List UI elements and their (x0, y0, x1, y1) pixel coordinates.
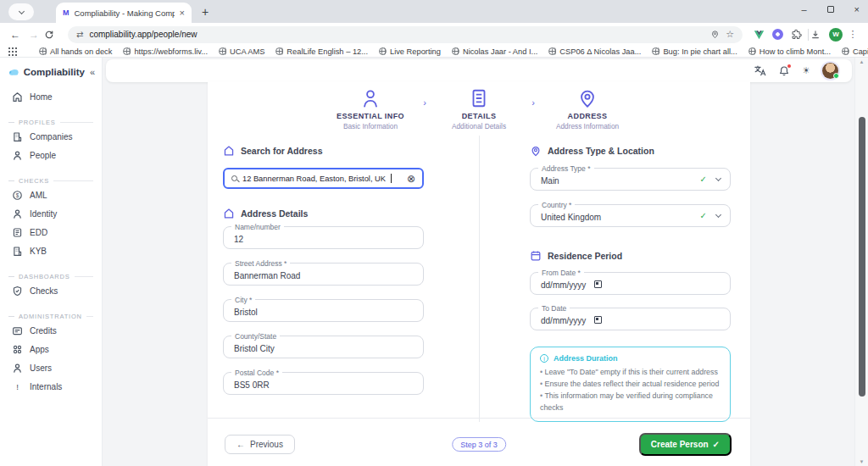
previous-button[interactable]: ← Previous (225, 435, 295, 454)
sidebar-item-credits[interactable]: Credits (0, 321, 102, 340)
tab-title: Compliability - Making Compli (75, 8, 175, 18)
vertical-scrollbar[interactable]: ▲ ▼ (854, 58, 868, 466)
info-icon: i (540, 354, 548, 363)
sidebar-section-dashboards: DASHBOARDS (8, 272, 93, 280)
browser-menu-icon[interactable]: ⋮ (844, 29, 861, 40)
date-picker-icon[interactable] (594, 316, 602, 324)
sidebar-section-administration: ADMINISTRATION (8, 312, 93, 320)
new-tab-button[interactable]: + (202, 6, 209, 18)
valid-check-icon: ✓ (700, 212, 707, 220)
bookmark-item[interactable]: Live Reporting (379, 47, 441, 56)
forward-button[interactable]: → (25, 29, 42, 41)
document-step-icon (468, 87, 490, 109)
sidebar-item-internals[interactable]: ! Internals (0, 377, 102, 396)
text-caret (391, 174, 392, 183)
step-details[interactable]: DETAILS Additional Details (427, 87, 531, 130)
brand-name: Compliability (24, 67, 85, 77)
url-bar[interactable]: ⇄ compliability.app/people/new ☆ (68, 26, 743, 43)
sidebar-item-kyb[interactable]: KYB (0, 241, 102, 260)
street-address-field[interactable]: Street Address * Bannerman Road (223, 263, 424, 286)
screen: M Compliability - Making Compli × + – × … (0, 0, 868, 466)
globe-icon (275, 47, 283, 55)
bookmark-item[interactable]: CSP06 Δ Nicolas Jaa... (548, 47, 641, 56)
location-icon[interactable] (710, 30, 720, 39)
date-picker-icon[interactable] (594, 280, 602, 288)
bookmark-item[interactable]: UCA AMS (219, 47, 264, 56)
extensions-puzzle-icon[interactable] (791, 29, 802, 40)
bookmark-star-icon[interactable]: ☆ (726, 30, 734, 39)
scroll-up-arrow[interactable]: ▲ (855, 58, 868, 65)
pin-step-icon (576, 87, 598, 109)
sidebar-collapse-button[interactable]: « (90, 67, 95, 77)
pin-icon (530, 145, 542, 157)
globe-icon (548, 47, 556, 55)
dollar-circle-icon: $ (12, 190, 23, 201)
bookmark-item[interactable]: All hands on deck (39, 47, 112, 56)
postal-code-field[interactable]: Postal Code * BS5 0RR (223, 372, 424, 395)
step-address[interactable]: ADDRESS Address Information (536, 87, 639, 130)
address-search-input[interactable]: 12 Bannerman Road, Easton, Bristol, UK ⊗ (223, 168, 424, 189)
sidebar-item-edd[interactable]: EDD (0, 223, 102, 241)
chevron-down-icon (715, 175, 721, 181)
building-icon (12, 131, 23, 142)
tab-close-icon[interactable]: × (180, 8, 185, 18)
sidebar-item-users[interactable]: Users (0, 358, 102, 377)
sidebar-item-home[interactable]: Home (0, 87, 102, 106)
sidebar-item-identity[interactable]: Identity (0, 204, 102, 223)
county-state-field[interactable]: County/State Bristol City (223, 336, 424, 358)
sidebar-item-aml[interactable]: $ AML (0, 186, 102, 204)
url-text[interactable]: compliability.app/people/new (89, 30, 197, 39)
theme-toggle-icon[interactable]: ☀ (802, 66, 810, 75)
city-field[interactable]: City * Bristol (223, 299, 424, 322)
sidebar-item-apps[interactable]: Apps (0, 340, 102, 358)
name-number-field[interactable]: Name/number 12 (223, 226, 424, 249)
search-icon (231, 175, 237, 181)
bookmark-item[interactable]: RealLife English – 12... (275, 47, 368, 56)
form-footer: ← Previous Step 3 of 3 Create Person ✓ (208, 419, 750, 456)
app-header: ☀ (106, 59, 852, 82)
step-essential-info[interactable]: ESSENTIAL INFO Basic Information (319, 87, 422, 130)
window-close-button[interactable]: × (854, 4, 860, 14)
downloads-icon[interactable] (810, 30, 827, 40)
bookmark-item[interactable]: Capitalism: A Love S... (842, 47, 868, 56)
clear-search-icon[interactable]: ⊗ (407, 174, 415, 184)
create-person-button[interactable]: Create Person ✓ (639, 433, 732, 456)
address-type-select[interactable]: Address Type * Main ✓ (530, 168, 731, 191)
stepper: ESSENTIAL INFO Basic Information › DETAI… (208, 81, 750, 136)
bookmark-item[interactable]: https://webforms.liv... (123, 47, 208, 56)
sidebar-section-checks: CHECKS (8, 176, 93, 185)
apps-grid-icon[interactable] (8, 47, 17, 56)
reload-button[interactable] (44, 30, 61, 40)
person-icon (12, 150, 23, 161)
sidebar-item-checks[interactable]: Checks (0, 281, 102, 300)
bookmark-item[interactable]: Nicolas Jaar - And I... (452, 47, 537, 56)
vue-devtools-icon[interactable] (754, 30, 765, 40)
apps-grid-icon (12, 344, 23, 355)
info-bullet: Leave "To Date" empty if this is their c… (540, 366, 721, 378)
sidebar-item-people[interactable]: Identity People (0, 146, 102, 164)
chevron-down-icon (18, 8, 24, 14)
browser-tab[interactable]: M Compliability - Making Compli × (56, 3, 192, 23)
to-date-field[interactable]: To Date dd/mm/yyyy (530, 308, 731, 330)
bookmark-item[interactable]: Bug: In pie chart all... (652, 47, 737, 56)
country-select[interactable]: Country * United Kingdom ✓ (530, 204, 731, 227)
back-button[interactable]: ← (7, 29, 24, 41)
from-date-field[interactable]: From Date * dd/mm/yyyy (530, 272, 731, 295)
sidebar-item-companies[interactable]: Companies (0, 127, 102, 146)
site-info-icon[interactable]: ⇄ (76, 30, 83, 39)
scrollbar-thumb[interactable] (859, 117, 865, 397)
extension-purple-icon[interactable] (772, 29, 783, 40)
form-left-column: Search for Address 12 Bannerman Road, Ea… (208, 136, 479, 422)
browser-profile-avatar[interactable]: W (829, 28, 843, 42)
translate-icon[interactable] (754, 64, 766, 77)
user-avatar[interactable] (822, 63, 838, 79)
scroll-down-arrow[interactable]: ▼ (855, 458, 868, 465)
bookmark-item[interactable]: How to climb Mont... (748, 47, 831, 56)
globe-icon (379, 47, 387, 55)
window-minimize-button[interactable]: – (801, 4, 806, 14)
window-maximize-button[interactable] (827, 6, 834, 13)
notifications-bell-icon[interactable] (778, 65, 790, 77)
check-icon: ✓ (713, 440, 720, 449)
globe-icon (842, 47, 849, 55)
tab-search-button[interactable] (8, 3, 34, 20)
